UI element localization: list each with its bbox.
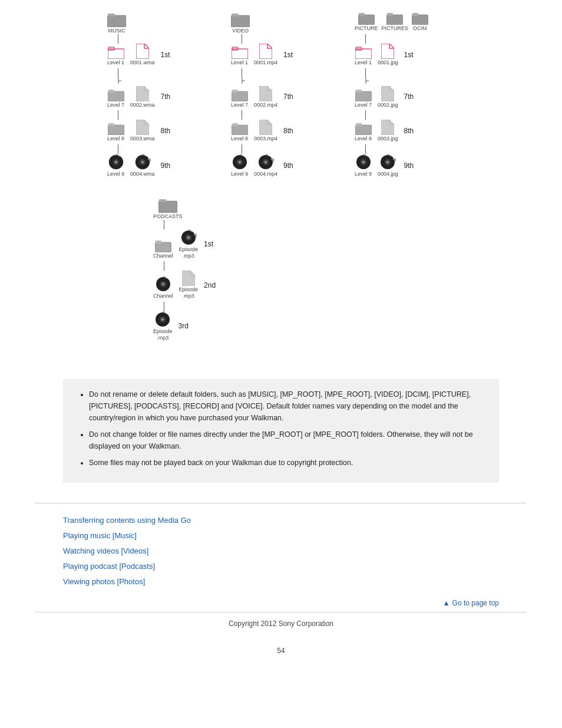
note-item-2: Do not change folder or file names direc… [89, 429, 485, 452]
svg-rect-37 [232, 125, 248, 135]
copyright-bar: Copyright 2012 Sony Corporation [35, 612, 527, 635]
podcasts-row-2nd: Channel Episode.mp3 2nd [153, 271, 216, 299]
svg-marker-40 [259, 120, 272, 135]
video-file-8: 0003.mp4 [254, 120, 277, 142]
svg-rect-66 [356, 90, 362, 93]
svg-rect-86 [156, 241, 161, 243]
picture-roots: PICTURE PICTURES [355, 12, 428, 32]
svg-rect-8 [108, 91, 124, 101]
link-music[interactable]: Playing music [Music] [63, 528, 499, 543]
video-column: VIDEO Level 1 [231, 12, 331, 180]
top-columns-row: MUSIC Level 1 [35, 12, 527, 180]
svg-rect-55 [387, 13, 393, 16]
music-row-8th: Level 8 0003.wma 8th [107, 120, 170, 142]
diagram-section: MUSIC Level 1 [35, 12, 527, 361]
links-section: Transferring contents using Media Go Pla… [63, 513, 499, 589]
page: MUSIC Level 1 [0, 0, 562, 728]
podcasts-channel-2: Channel [153, 276, 173, 299]
music-column: MUSIC Level 1 [107, 12, 207, 180]
link-video[interactable]: Watching videos [Videos] [63, 543, 499, 559]
svg-marker-15 [136, 120, 149, 135]
picture-level7-folder: Level 7 [355, 88, 372, 108]
svg-rect-14 [108, 123, 114, 126]
svg-rect-33 [232, 91, 248, 101]
svg-rect-0 [107, 15, 126, 27]
video-row-8th: Level 8 0003.mp4 8th [231, 120, 293, 142]
copyright-text: Copyright 2012 Sony Corporation [229, 620, 333, 628]
page-number: 54 [277, 647, 285, 655]
video-root-folder: VIDEO [231, 12, 250, 34]
link-media-go[interactable]: Transferring contents using Media Go [63, 513, 499, 528]
svg-point-47 [265, 161, 267, 163]
go-to-top-label: Go to page top [452, 599, 499, 607]
music-level7-folder: Level 7 [107, 88, 124, 108]
picture-root-3: DCIM [412, 12, 428, 32]
video-level8-folder: Level 8 [231, 122, 248, 142]
picture-file-8: 0003.jpg [378, 120, 398, 142]
video-level7-folder: Level 7 [231, 88, 248, 108]
picture-column: PICTURE PICTURES [355, 12, 455, 180]
svg-rect-50 [358, 15, 375, 25]
svg-rect-83 [159, 199, 166, 202]
video-file-1: 0001.mp4 [254, 44, 277, 66]
svg-rect-27 [232, 14, 239, 17]
video-root-label: VIDEO [232, 28, 249, 34]
svg-point-22 [141, 161, 144, 163]
svg-marker-67 [381, 86, 394, 101]
music-file-7: 0002.wma [130, 86, 155, 108]
picture-row-8th: Level 8 0003.jpg 8th [355, 120, 414, 142]
video-row-1st: Level 1 0001.mp4 1st [231, 44, 293, 66]
music-root-folder: MUSIC [107, 12, 126, 34]
music-row-1st: Level 1 0001.wma 1st [107, 44, 170, 66]
notes-list: Do not rename or delete default folders,… [77, 388, 485, 469]
link-podcast[interactable]: Playing podcast [Podcasts] [63, 559, 499, 574]
podcasts-row-1st: Channel Episode.mp3 [153, 229, 213, 259]
music-file-1: 0001.wma [130, 44, 155, 66]
svg-rect-56 [412, 15, 428, 25]
music-level8-folder: Level 8 [107, 122, 124, 142]
svg-marker-61 [381, 44, 394, 59]
svg-marker-96 [182, 271, 195, 286]
svg-rect-12 [108, 125, 124, 135]
svg-point-74 [362, 161, 365, 163]
video-media-9b: 0004.mp4 [254, 154, 277, 177]
svg-point-18 [115, 161, 117, 163]
go-to-top-link[interactable]: ▲ Go to page top [443, 599, 499, 607]
svg-rect-68 [355, 125, 372, 135]
svg-rect-25 [231, 15, 250, 27]
svg-rect-35 [232, 90, 238, 93]
svg-marker-11 [136, 86, 149, 101]
svg-point-78 [386, 161, 389, 163]
svg-rect-70 [356, 123, 362, 126]
picture-level8-folder: Level 8 [355, 122, 372, 142]
note-item-3: Some files may not be played back on you… [89, 457, 485, 469]
music-row-9th: Level 9 0004.wma [107, 154, 170, 177]
svg-point-94 [162, 283, 164, 285]
video-row-7th: Level 7 0002.mp4 7th [231, 86, 293, 108]
notes-box: Do not rename or delete default folders,… [63, 379, 499, 483]
video-level1-folder: Level 1 [231, 46, 248, 66]
triangle-up-icon: ▲ [443, 599, 450, 607]
svg-rect-64 [355, 91, 372, 101]
divider [35, 503, 527, 503]
svg-marker-71 [381, 120, 394, 135]
picture-file-7: 0002.jpg [378, 86, 398, 108]
podcasts-wrapper: PODCASTS Channel [35, 197, 527, 361]
music-root-label: MUSIC [108, 28, 125, 34]
svg-rect-58 [412, 13, 418, 16]
music-level1-folder: Level 1 [107, 46, 124, 66]
video-file-7: 0002.mp4 [254, 86, 277, 108]
podcasts-episode-3: Episode.mp3 [153, 311, 173, 341]
picture-row-7th: Level 7 0002.jpg 7th [355, 86, 414, 108]
picture-root-2: PICTURES [382, 12, 409, 32]
svg-marker-5 [136, 44, 149, 59]
svg-rect-39 [232, 123, 238, 126]
link-photos[interactable]: Viewing photos [Photos] [63, 574, 499, 589]
podcasts-channel-1: Channel [153, 239, 173, 259]
svg-rect-84 [155, 242, 171, 252]
svg-marker-36 [259, 86, 272, 101]
music-row-7th: Level 7 0002.wma 7th [107, 86, 170, 108]
svg-rect-52 [359, 13, 365, 16]
picture-root-1: PICTURE [355, 12, 378, 32]
svg-rect-53 [386, 15, 403, 25]
